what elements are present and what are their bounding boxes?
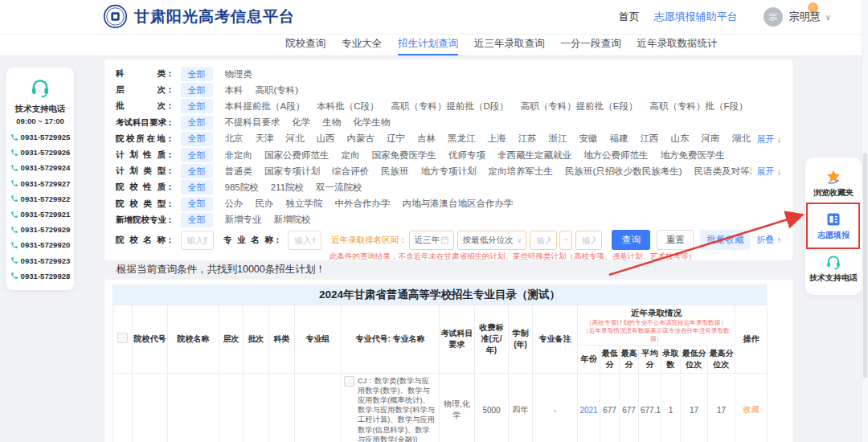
select-all-checkbox[interactable] bbox=[117, 333, 128, 343]
filter-all-chip[interactable]: 全部 bbox=[181, 116, 213, 130]
filter-option[interactable]: 吉林 bbox=[417, 133, 436, 145]
filter-option[interactable]: 黑龙江 bbox=[448, 133, 476, 145]
filter-option[interactable]: 非西藏生定藏就业 bbox=[497, 149, 571, 162]
filter-option[interactable]: 内蒙古 bbox=[347, 133, 375, 145]
filter-option[interactable]: 江西 bbox=[641, 133, 659, 145]
filter-option[interactable]: 国家免费医学生 bbox=[372, 149, 437, 162]
collapse-link[interactable]: 折叠 ↑ bbox=[756, 234, 781, 246]
filter-option[interactable]: 物理类 bbox=[225, 68, 253, 80]
filter-all-chip[interactable]: 全部 bbox=[181, 164, 213, 178]
page-scrollbar[interactable] bbox=[862, 0, 868, 442]
filter-option[interactable]: 国家专项计划 bbox=[264, 166, 320, 178]
filter-option[interactable]: 天津 bbox=[256, 133, 274, 145]
scrollbar-thumb[interactable] bbox=[863, 153, 867, 378]
tab-5[interactable]: 一分一段查询 bbox=[561, 34, 621, 54]
tab-3[interactable]: 招生计划查询 bbox=[398, 34, 458, 55]
filter-option[interactable]: 新增专业 bbox=[225, 214, 262, 226]
year-link[interactable]: 2021 bbox=[579, 406, 597, 415]
filter-option[interactable]: 地方免费医学生 bbox=[661, 149, 726, 162]
filter-option[interactable]: 生物 bbox=[323, 117, 342, 129]
avatar[interactable]: 宗 bbox=[764, 7, 783, 27]
filter-option[interactable]: 211院校 bbox=[271, 182, 304, 194]
rank-type-select[interactable]: 按最低分位次 ∨ bbox=[457, 231, 526, 250]
site-logo[interactable]: 甘肃阳光高考信息平台 bbox=[103, 4, 295, 29]
filter-option[interactable]: 普通类 bbox=[225, 166, 253, 178]
tab-2[interactable]: 专业大全 bbox=[342, 34, 382, 54]
major-name-input[interactable] bbox=[288, 231, 321, 250]
filter-option[interactable]: 定向培养军士生 bbox=[489, 166, 554, 178]
query-button[interactable]: 查询 bbox=[612, 230, 650, 250]
year-range-select[interactable]: 近三年 bbox=[409, 231, 454, 250]
filter-option[interactable]: 湖北 bbox=[732, 133, 751, 145]
filter-all-chip[interactable]: 全部 bbox=[181, 67, 213, 81]
tab-1[interactable]: 院校查询 bbox=[285, 34, 326, 54]
filter-option[interactable]: 高职（专科）批（F段） bbox=[649, 100, 747, 113]
school-name-input[interactable] bbox=[181, 231, 214, 250]
username[interactable]: 宗明慧 bbox=[789, 10, 821, 24]
filter-all-chip[interactable]: 全部 bbox=[181, 132, 213, 146]
phone-icon bbox=[10, 226, 18, 234]
filter-option[interactable]: 公办 bbox=[225, 198, 244, 210]
filter-option[interactable]: 地方公费师范生 bbox=[583, 149, 649, 162]
filter-option[interactable]: 地方专项计划 bbox=[421, 166, 477, 178]
filter-option[interactable]: 山西 bbox=[317, 133, 335, 145]
filter-option[interactable]: 河北 bbox=[286, 133, 305, 145]
filter-all-chip[interactable]: 全部 bbox=[181, 197, 213, 211]
filter-option[interactable]: 辽宁 bbox=[387, 133, 405, 145]
filter-all-chip[interactable]: 全部 bbox=[181, 148, 213, 162]
filter-option[interactable]: 上海 bbox=[488, 133, 506, 145]
filter-option[interactable]: 江苏 bbox=[518, 133, 537, 145]
rank-max-input[interactable] bbox=[575, 231, 602, 250]
row-checkbox[interactable] bbox=[344, 376, 354, 387]
batch-favorite-button[interactable]: 批量收藏 bbox=[700, 230, 750, 250]
filter-option[interactable]: 高职（专科）提前批（E段） bbox=[521, 100, 638, 113]
filter-option[interactable]: 独立学院 bbox=[286, 198, 323, 210]
filter-option[interactable]: 山东 bbox=[671, 133, 690, 145]
filter-option[interactable]: 本科提前批（A段） bbox=[225, 100, 305, 113]
expand-link[interactable]: 展开 ↓ bbox=[751, 166, 781, 178]
recent-note: （近年录取情况没有数据表示该专业在往年没有录取数据） bbox=[583, 327, 730, 342]
filter-option[interactable]: 河南 bbox=[702, 133, 720, 145]
favorite-link[interactable]: 收藏 bbox=[743, 405, 760, 414]
filter-option[interactable]: 化学 bbox=[293, 117, 311, 129]
filter-option[interactable]: 双一流院校 bbox=[316, 182, 362, 194]
filter-option[interactable]: 新增院校 bbox=[274, 214, 311, 226]
browse-favorites-button[interactable]: 浏览收藏夹 bbox=[805, 162, 862, 205]
filter-all-chip[interactable]: 全部 bbox=[181, 213, 213, 227]
filter-option[interactable]: 本科 bbox=[225, 84, 244, 96]
filter-option[interactable]: 化学生物 bbox=[354, 117, 391, 129]
filter-all-chip[interactable]: 全部 bbox=[181, 99, 213, 113]
nav-home-link[interactable]: 首页 bbox=[619, 10, 640, 24]
filter-option[interactable]: 内地与港澳台地区合作办学 bbox=[403, 198, 514, 210]
rank-min-input[interactable] bbox=[530, 231, 556, 250]
filter-option[interactable]: 优师专项 bbox=[448, 149, 485, 162]
filter-option[interactable]: 北京 bbox=[225, 133, 244, 145]
filter-option[interactable]: 综合评价 bbox=[332, 166, 369, 178]
filter-option[interactable]: 不提科目要求 bbox=[225, 117, 280, 129]
filter-all-chip[interactable]: 全部 bbox=[181, 180, 213, 194]
expand-link[interactable]: 展开 ↓ bbox=[751, 133, 781, 145]
filter-option[interactable]: 安徽 bbox=[579, 133, 598, 145]
reset-button[interactable]: 重置 bbox=[657, 230, 694, 250]
filter-option[interactable]: 高职（专科）提前批（D段） bbox=[391, 100, 508, 113]
filter-options: 物理类 bbox=[225, 68, 253, 80]
filter-option[interactable]: 高职(专科) bbox=[256, 84, 299, 96]
filter-option[interactable]: 民族班 bbox=[381, 166, 409, 178]
tab-6[interactable]: 近年录取数据统计 bbox=[637, 34, 718, 54]
filter-option[interactable]: 非定向 bbox=[225, 149, 253, 162]
tab-4[interactable]: 近三年录取查询 bbox=[474, 34, 545, 54]
filter-option[interactable]: 中外合作办学 bbox=[335, 198, 391, 210]
filter-option[interactable]: 985院校 bbox=[225, 182, 259, 194]
nav-assist-link[interactable]: 志愿填报辅助平台 bbox=[654, 10, 738, 24]
filter-option[interactable]: 福建 bbox=[610, 133, 628, 145]
filter-option[interactable]: 浙江 bbox=[549, 133, 567, 145]
chevron-down-icon[interactable]: ∨ bbox=[825, 13, 831, 22]
filter-option[interactable]: 国家公费师范生 bbox=[264, 149, 330, 162]
filter-all-chip[interactable]: 全部 bbox=[181, 83, 213, 97]
filter-option[interactable]: 定向 bbox=[342, 149, 360, 162]
filter-option[interactable]: 民办 bbox=[256, 198, 274, 210]
filter-option[interactable]: 民族班(只招收少数民族考生) bbox=[565, 166, 682, 178]
filter-option[interactable]: 本科批（C段） bbox=[317, 100, 379, 113]
tech-support-button[interactable]: 技术支持电话 bbox=[805, 248, 862, 290]
col-header: 层次 bbox=[219, 305, 244, 374]
